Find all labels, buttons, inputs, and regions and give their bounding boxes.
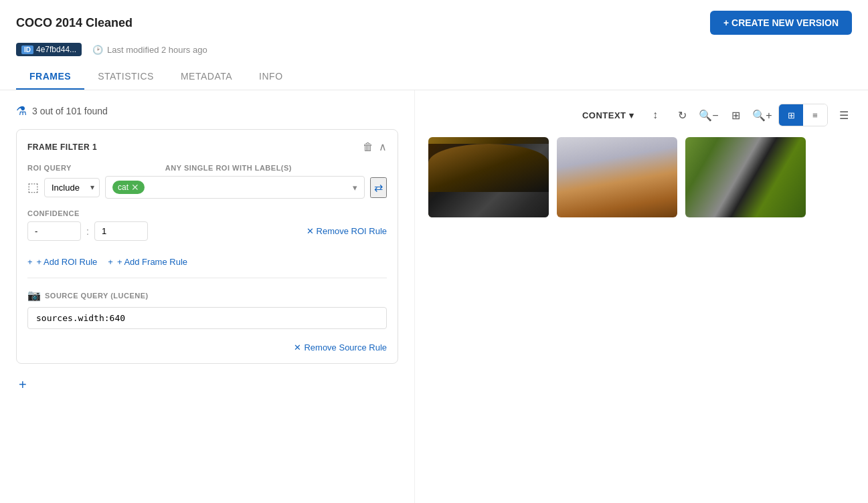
roi-query-label: ROI QUERY bbox=[27, 164, 72, 172]
sort-button[interactable]: ↕ bbox=[644, 104, 666, 126]
frame-filter-actions: 🗑 ∧ bbox=[363, 140, 387, 153]
add-roi-plus-icon: + bbox=[27, 257, 33, 267]
image-card[interactable] bbox=[685, 137, 806, 217]
context-dropdown-button[interactable]: CONTEXT ▾ bbox=[577, 108, 639, 123]
fit-icon: ⊞ bbox=[731, 109, 740, 122]
fit-button[interactable]: ⊞ bbox=[725, 104, 746, 126]
tab-statistics[interactable]: STATISTICS bbox=[84, 64, 167, 90]
camera-icon: 📷 bbox=[27, 289, 41, 302]
source-section: 📷 SOURCE QUERY (LUCENE) ✕ Remove Source … bbox=[27, 289, 387, 353]
tab-frames[interactable]: FRAMES bbox=[16, 64, 84, 90]
main-tabs: FRAMES STATISTICS METADATA INFO bbox=[16, 64, 852, 90]
confidence-section: CONFIDENCE : ✕ Remove ROI Rule bbox=[27, 209, 387, 241]
code-view-button[interactable]: ⇄ bbox=[370, 177, 387, 198]
tab-metadata[interactable]: METADATA bbox=[167, 64, 246, 90]
grid-icon: ⊞ bbox=[788, 110, 795, 120]
filter-funnel-icon: ⚗ bbox=[16, 104, 27, 118]
remove-cat-tag-button[interactable]: ✕ bbox=[131, 182, 139, 193]
remove-roi-x-icon: ✕ bbox=[307, 226, 314, 236]
roi-row: ⬚ Include Exclude cat ✕ ▾ bbox=[27, 176, 387, 199]
add-roi-rule-button[interactable]: + + Add ROI Rule bbox=[27, 257, 97, 267]
include-select[interactable]: Include Exclude bbox=[44, 178, 100, 197]
sort-icon: ↕ bbox=[653, 109, 658, 121]
cat-label-tag: cat ✕ bbox=[112, 181, 145, 194]
hamburger-icon: ☰ bbox=[839, 109, 849, 122]
roi-section: ROI QUERY ANY SINGLE ROI WITH LABEL(S) ⬚… bbox=[27, 164, 387, 199]
images-grid bbox=[428, 137, 855, 217]
image-card[interactable] bbox=[557, 137, 677, 217]
source-query-input[interactable] bbox=[27, 307, 387, 329]
refresh-icon: ↻ bbox=[678, 109, 687, 122]
image-card[interactable] bbox=[428, 137, 549, 217]
roi-icon: ⬚ bbox=[27, 180, 39, 195]
modified-timestamp: 🕑 Last modified 2 hours ago bbox=[92, 45, 207, 55]
clock-icon: 🕑 bbox=[92, 45, 103, 55]
filter-count: ⚗ 3 out of 101 found bbox=[16, 104, 108, 118]
remove-roi-rule-button[interactable]: ✕ Remove ROI Rule bbox=[307, 226, 387, 236]
remove-source-x-icon: ✕ bbox=[294, 342, 301, 353]
source-query-label: SOURCE QUERY (LUCENE) bbox=[45, 292, 149, 300]
add-frame-plus-icon: + bbox=[108, 257, 113, 267]
delete-filter-button[interactable]: 🗑 bbox=[363, 141, 373, 153]
label-input-field[interactable]: cat ✕ ▾ bbox=[105, 176, 365, 199]
dataset-id-value: 4e7fbd44... bbox=[36, 45, 76, 54]
zoom-in-button[interactable]: 🔍+ bbox=[752, 104, 773, 126]
confidence-separator: : bbox=[86, 226, 89, 237]
view-toggle: ⊞ ≡ bbox=[778, 104, 828, 126]
frame-filter-card: FRAME FILTER 1 🗑 ∧ ROI QUERY ANY SINGLE … bbox=[16, 129, 398, 364]
confidence-label: CONFIDENCE bbox=[27, 209, 387, 217]
right-toolbar: CONTEXT ▾ ↕ ↻ 🔍− ⊞ 🔍+ bbox=[428, 104, 855, 126]
add-filter-button[interactable]: + bbox=[16, 375, 29, 395]
remove-source-rule-button[interactable]: ✕ Remove Source Rule bbox=[294, 342, 387, 353]
tab-info[interactable]: INFO bbox=[246, 64, 296, 90]
dataset-id-badge: ID 4e7fbd44... bbox=[16, 43, 82, 56]
zoom-in-icon: 🔍+ bbox=[752, 109, 772, 122]
label-dropdown-icon: ▾ bbox=[353, 183, 357, 193]
list-view-button[interactable]: ≡ bbox=[803, 104, 827, 126]
dataset-title: COCO 2014 Cleaned bbox=[16, 16, 133, 30]
left-panel: ⚗ 3 out of 101 found FRAME FILTER 1 🗑 ∧ … bbox=[0, 90, 415, 503]
more-options-button[interactable]: ☰ bbox=[833, 104, 855, 126]
refresh-button[interactable]: ↻ bbox=[671, 104, 693, 126]
collapse-filter-button[interactable]: ∧ bbox=[379, 140, 387, 153]
frame-filter-title: FRAME FILTER 1 bbox=[27, 142, 97, 152]
toolbar-right: CONTEXT ▾ ↕ ↻ 🔍− ⊞ 🔍+ bbox=[577, 104, 855, 126]
filter-toolbar: ⚗ 3 out of 101 found bbox=[16, 104, 398, 118]
include-select-wrapper[interactable]: Include Exclude bbox=[44, 178, 100, 197]
add-rules-row: + + Add ROI Rule + + Add Frame Rule bbox=[27, 252, 387, 267]
confidence-min-input[interactable] bbox=[27, 221, 81, 241]
context-chevron-icon: ▾ bbox=[629, 110, 634, 120]
confidence-max-input[interactable] bbox=[94, 221, 148, 241]
section-divider bbox=[27, 278, 387, 278]
list-icon: ≡ bbox=[812, 110, 818, 120]
confidence-row: : ✕ Remove ROI Rule bbox=[27, 221, 387, 241]
zoom-out-button[interactable]: 🔍− bbox=[698, 104, 719, 126]
any-single-roi-label: ANY SINGLE ROI WITH LABEL(S) bbox=[165, 164, 292, 172]
right-panel: CONTEXT ▾ ↕ ↻ 🔍− ⊞ 🔍+ bbox=[415, 90, 868, 503]
create-new-version-button[interactable]: + CREATE NEW VERSION bbox=[710, 11, 852, 35]
grid-view-button[interactable]: ⊞ bbox=[779, 104, 803, 126]
zoom-out-icon: 🔍− bbox=[699, 109, 718, 122]
add-frame-rule-button[interactable]: + + Add Frame Rule bbox=[108, 257, 187, 267]
